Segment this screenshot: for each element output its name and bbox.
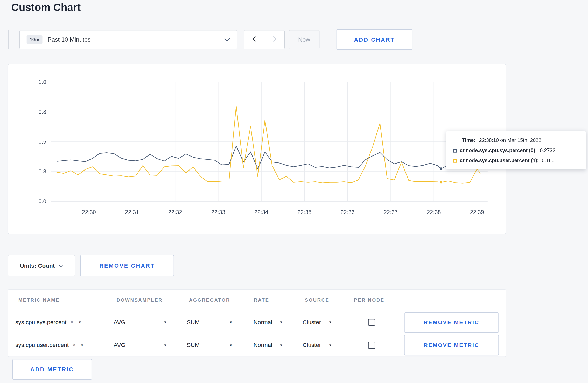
downsampler-select[interactable]: AVG ▼ <box>114 342 170 348</box>
now-button[interactable]: Now <box>289 30 320 49</box>
rate-select[interactable]: Normal ▼ <box>254 342 286 348</box>
chevron-down-icon <box>59 262 63 269</box>
metrics-table: METRIC NAME DOWNSAMPLER AGGREGATOR RATE … <box>8 289 506 357</box>
tooltip-series-value: 0.2732 <box>540 148 555 153</box>
remove-chart-button[interactable]: REMOVE CHART <box>80 255 174 276</box>
time-next-button[interactable] <box>264 30 285 49</box>
source-value: Cluster <box>303 342 321 348</box>
rate-select[interactable]: Normal ▼ <box>254 319 286 326</box>
timeseries-chart[interactable]: 0.00.30.50.81.022:3022:3122:3222:3322:34… <box>8 64 506 234</box>
aggregator-value: SUM <box>187 319 200 326</box>
tooltip-series-row: cr.node.sys.cpu.user.percent (1): 0.1601 <box>453 158 579 164</box>
toolbar-divider <box>8 30 9 49</box>
time-prev-button[interactable] <box>244 30 264 49</box>
downsampler-value: AVG <box>114 319 125 326</box>
tooltip-series-label: cr.node.sys.cpu.user.percent (1): <box>460 158 539 164</box>
header-metric-name: METRIC NAME <box>8 297 114 303</box>
svg-text:1.0: 1.0 <box>39 79 46 85</box>
custom-chart-page: Custom Chart 10m Past 10 Minutes Now ADD… <box>0 0 588 383</box>
caret-down-icon: ▼ <box>80 343 84 347</box>
units-label: Units: Count <box>20 262 55 269</box>
metric-row: sys.cpu.sys.percent × ▼ AVG ▼ SUM ▼ Norm… <box>8 311 506 334</box>
tooltip-series-label: cr.node.sys.cpu.sys.percent (0): <box>460 148 537 153</box>
series-user-swatch-icon <box>453 159 457 162</box>
page-title: Custom Chart <box>11 2 81 13</box>
svg-text:22:39: 22:39 <box>470 209 484 215</box>
header-per-node: PER NODE <box>354 297 404 303</box>
downsampler-select[interactable]: AVG ▼ <box>114 319 170 326</box>
metric-name-label: sys.cpu.sys.percent <box>15 319 66 326</box>
aggregator-value: SUM <box>187 342 200 348</box>
add-chart-button[interactable]: ADD CHART <box>336 29 412 50</box>
svg-text:22:35: 22:35 <box>297 209 311 215</box>
chevron-down-icon <box>224 38 230 41</box>
caret-down-icon: ▼ <box>164 321 167 324</box>
per-node-checkbox[interactable] <box>368 342 375 348</box>
tooltip-time-row: Time: 22:38:10 on Mar 15th, 2022 <box>462 138 579 143</box>
downsampler-value: AVG <box>114 342 125 348</box>
series-sys-swatch-icon <box>453 149 457 152</box>
caret-down-icon: ▼ <box>229 321 233 324</box>
source-select[interactable]: Cluster ▼ <box>303 342 335 348</box>
chevron-left-icon <box>251 36 257 44</box>
metric-name-label: sys.cpu.user.percent <box>15 342 69 348</box>
caret-down-icon: ▼ <box>229 343 233 347</box>
caret-down-icon: ▼ <box>279 343 283 347</box>
tooltip-time-value: 22:38:10 on Mar 15th, 2022 <box>479 138 541 143</box>
time-nav-group <box>244 30 285 49</box>
time-window-select[interactable]: 10m Past 10 Minutes <box>19 30 237 49</box>
svg-text:22:30: 22:30 <box>82 209 96 215</box>
chart-card: 0.00.30.50.81.022:3022:3122:3222:3322:34… <box>8 64 506 234</box>
caret-down-icon: ▼ <box>164 343 167 347</box>
header-source: SOURCE <box>303 297 354 303</box>
time-window-label: Past 10 Minutes <box>48 36 91 43</box>
caret-down-icon: ▼ <box>328 321 332 324</box>
svg-text:22:37: 22:37 <box>384 209 398 215</box>
svg-text:0.0: 0.0 <box>39 198 46 204</box>
caret-down-icon: ▼ <box>279 321 283 324</box>
metric-name-select[interactable]: sys.cpu.sys.percent × ▼ <box>8 319 114 326</box>
metrics-table-header: METRIC NAME DOWNSAMPLER AGGREGATOR RATE … <box>8 290 506 311</box>
tooltip-series-value: 0.1601 <box>542 158 557 164</box>
clear-metric-icon[interactable]: × <box>70 319 74 326</box>
svg-text:0.8: 0.8 <box>39 109 46 115</box>
svg-text:22:34: 22:34 <box>254 209 268 215</box>
metric-name-select[interactable]: sys.cpu.user.percent × ▼ <box>8 342 114 348</box>
svg-text:22:32: 22:32 <box>168 209 182 215</box>
header-aggregator: AGGREGATOR <box>187 297 253 303</box>
rate-value: Normal <box>254 342 272 348</box>
clear-metric-icon[interactable]: × <box>72 342 76 348</box>
header-rate: RATE <box>254 297 303 303</box>
header-downsampler: DOWNSAMPLER <box>114 297 187 303</box>
metric-row: sys.cpu.user.percent × ▼ AVG ▼ SUM ▼ Nor… <box>8 334 506 356</box>
remove-metric-button[interactable]: REMOVE METRIC <box>404 335 499 356</box>
svg-text:22:33: 22:33 <box>211 209 225 215</box>
aggregator-select[interactable]: SUM ▼ <box>187 342 235 348</box>
add-metric-button[interactable]: ADD METRIC <box>12 359 92 380</box>
chart-tooltip: Time: 22:38:10 on Mar 15th, 2022 cr.node… <box>446 131 586 169</box>
chevron-right-icon <box>272 36 277 44</box>
source-select[interactable]: Cluster ▼ <box>303 319 335 326</box>
remove-metric-button[interactable]: REMOVE METRIC <box>404 312 499 333</box>
svg-text:22:31: 22:31 <box>125 209 139 215</box>
svg-text:0.3: 0.3 <box>39 168 46 175</box>
time-window-badge: 10m <box>27 35 43 44</box>
caret-down-icon: ▼ <box>78 321 82 324</box>
caret-down-icon: ▼ <box>328 343 332 347</box>
svg-text:22:38: 22:38 <box>427 209 441 215</box>
units-select[interactable]: Units: Count <box>8 255 75 276</box>
svg-text:22:36: 22:36 <box>341 209 355 215</box>
tooltip-time-label: Time: <box>462 138 475 143</box>
aggregator-select[interactable]: SUM ▼ <box>187 319 235 326</box>
per-node-checkbox[interactable] <box>368 319 375 326</box>
tooltip-series-row: cr.node.sys.cpu.sys.percent (0): 0.2732 <box>453 148 579 153</box>
rate-value: Normal <box>254 319 272 326</box>
svg-text:0.5: 0.5 <box>39 138 46 145</box>
source-value: Cluster <box>303 319 321 326</box>
